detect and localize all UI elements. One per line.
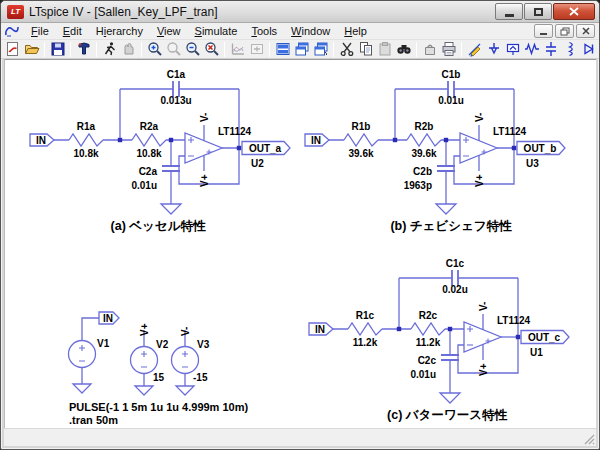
tile-windows-button[interactable]: [273, 40, 292, 58]
c2-name[interactable]: C2c: [418, 355, 437, 366]
control-panel-button[interactable]: [74, 40, 93, 58]
menu-simulate[interactable]: Simulate: [188, 24, 245, 38]
menu-view[interactable]: View: [150, 24, 188, 38]
v1-flag-label[interactable]: IN: [103, 313, 113, 324]
r2-value[interactable]: 39.6k: [411, 148, 436, 159]
voltage-source-v1[interactable]: IN V1: [69, 312, 120, 393]
save-button[interactable]: [48, 40, 67, 58]
menu-tools[interactable]: Tools: [244, 24, 284, 38]
opamp-part[interactable]: LT1124: [218, 126, 252, 137]
menu-file[interactable]: File: [24, 24, 56, 38]
halt-button[interactable]: [119, 40, 138, 58]
circuit-c[interactable]: IN R1c 11.2k R2c 11.2k C1c 0.02u C2c 0.0…: [309, 258, 569, 422]
paste-button[interactable]: [375, 40, 394, 58]
minimize-button[interactable]: [495, 3, 523, 20]
autorange-button[interactable]: [228, 40, 247, 58]
c2-name[interactable]: C2b: [413, 166, 432, 177]
v1-ref[interactable]: V1: [97, 338, 110, 349]
r2-name[interactable]: R2a: [140, 121, 159, 132]
zoom-in-button[interactable]: [145, 40, 164, 58]
place-diode-button[interactable]: [579, 40, 598, 58]
v2-ref[interactable]: V2: [156, 339, 169, 350]
vplus-flag[interactable]: V+: [478, 363, 489, 376]
menu-edit[interactable]: Edit: [56, 24, 89, 38]
v3-flag-label[interactable]: V-: [180, 327, 191, 336]
circuit-b[interactable]: IN R1b 39.6k R2b 39.6k C1b 0.01u C2b 196…: [305, 69, 565, 233]
opamp-ref[interactable]: U1: [530, 347, 543, 358]
sources[interactable]: IN V1 V+ V2 15 V- V3 -15: [69, 312, 210, 395]
print-preview-button[interactable]: [420, 40, 439, 58]
schematic-canvas[interactable]: IN R1a 10.8k R2a 10.8k C1a 0.013u C2a 0.…: [4, 59, 596, 428]
new-schematic-button[interactable]: [3, 40, 22, 58]
menu-window[interactable]: Window: [284, 24, 337, 38]
place-inductor-button[interactable]: [560, 40, 579, 58]
voltage-source-v2[interactable]: V+ V2 15: [131, 323, 169, 395]
close-button[interactable]: [553, 3, 595, 20]
cascade-documents-button[interactable]: [311, 40, 330, 58]
copy-button[interactable]: [356, 40, 375, 58]
vplus-flag[interactable]: V+: [199, 174, 210, 187]
c2-value[interactable]: 0.01u: [410, 369, 436, 380]
resize-grip[interactable]: [582, 432, 595, 445]
zoom-out-button[interactable]: [183, 40, 202, 58]
print-button[interactable]: [439, 40, 458, 58]
opamp-ref[interactable]: U3: [526, 158, 539, 169]
r2-value[interactable]: 11.2k: [416, 337, 441, 348]
vminus-flag[interactable]: V-: [199, 113, 210, 122]
r1-value[interactable]: 10.8k: [73, 148, 98, 159]
place-net-label-button[interactable]: [503, 40, 522, 58]
r1-value[interactable]: 11.2k: [353, 337, 378, 348]
c1-value[interactable]: 0.01u: [438, 95, 464, 106]
net-flag-out[interactable]: OUT_b: [524, 143, 557, 154]
v3-value[interactable]: -15: [193, 372, 208, 383]
pan-button[interactable]: [247, 40, 266, 58]
mdi-minimize-button[interactable]: [534, 24, 553, 38]
r2-value[interactable]: 10.8k: [136, 148, 161, 159]
r1-name[interactable]: R1b: [352, 121, 371, 132]
c2-value[interactable]: 1963p: [404, 180, 432, 191]
c1-value[interactable]: 0.013u: [160, 95, 191, 106]
v3-ref[interactable]: V3: [197, 339, 210, 350]
c1-name[interactable]: C1b: [442, 69, 461, 80]
open-button[interactable]: [22, 40, 41, 58]
net-flag-in[interactable]: IN: [36, 135, 46, 146]
place-ground-button[interactable]: [484, 40, 503, 58]
c1-value[interactable]: 0.02u: [442, 284, 468, 295]
opamp-ref[interactable]: U2: [251, 158, 264, 169]
place-component-button[interactable]: [598, 40, 599, 58]
draw-wire-button[interactable]: [465, 40, 484, 58]
menu-help[interactable]: Help: [337, 24, 374, 38]
cut-button[interactable]: [337, 40, 356, 58]
r1-value[interactable]: 39.6k: [348, 148, 373, 159]
net-flag-in[interactable]: IN: [311, 135, 321, 146]
place-capacitor-button[interactable]: [541, 40, 560, 58]
run-button[interactable]: [100, 40, 119, 58]
maximize-button[interactable]: [524, 3, 552, 20]
find-button[interactable]: [394, 40, 413, 58]
spice-directive-tran[interactable]: .tran 50m: [69, 414, 118, 426]
opamp-part[interactable]: LT1124: [497, 315, 531, 326]
net-flag-in[interactable]: IN: [315, 324, 325, 335]
title-bar[interactable]: LT LTspice IV - [Sallen_Key_LPF_tran]: [1, 1, 599, 23]
r2-name[interactable]: R2c: [419, 310, 438, 321]
v2-flag-label[interactable]: V+: [139, 323, 150, 336]
mdi-close-button[interactable]: [576, 24, 595, 38]
mdi-restore-button[interactable]: [555, 24, 574, 38]
menu-hierarchy[interactable]: Hierarchy: [89, 24, 150, 38]
v2-value[interactable]: 15: [153, 372, 165, 383]
net-flag-out[interactable]: OUT_c: [528, 332, 561, 343]
c1-name[interactable]: C1c: [446, 258, 465, 269]
zoom-back-button[interactable]: [164, 40, 183, 58]
place-resistor-button[interactable]: [522, 40, 541, 58]
c1-name[interactable]: C1a: [167, 69, 186, 80]
voltage-source-v3[interactable]: V- V3 -15: [172, 327, 210, 395]
r1-name[interactable]: R1c: [356, 310, 375, 321]
circuit-a[interactable]: IN R1a 10.8k R2a 10.8k C1a 0.013u C2a 0.…: [30, 69, 290, 233]
vminus-flag[interactable]: V-: [474, 113, 485, 122]
r2-name[interactable]: R2b: [415, 121, 434, 132]
c2-value[interactable]: 0.01u: [131, 180, 157, 191]
spice-directive-pulse[interactable]: PULSE(-1 1 5m 1u 1u 4.999m 10m): [69, 401, 248, 413]
cascade-windows-button[interactable]: [292, 40, 311, 58]
net-flag-out[interactable]: OUT_a: [249, 143, 282, 154]
r1-name[interactable]: R1a: [77, 121, 96, 132]
